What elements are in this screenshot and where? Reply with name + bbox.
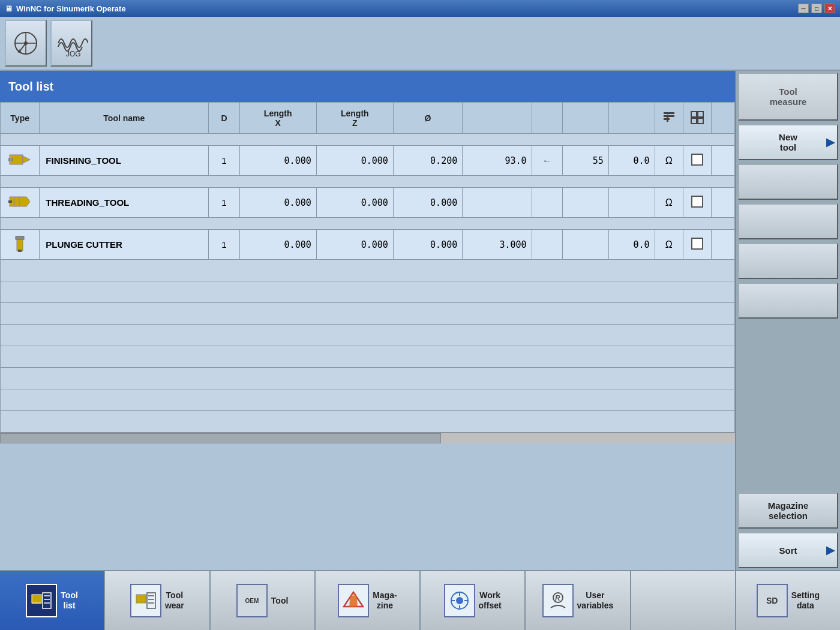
main-container: Tool list Type Tool name D LengthX Lengt… [0,71,840,570]
tool-lengthx: 0.000 [239,230,316,260]
new-tool-button[interactable]: Newtool ▶ [738,124,838,160]
tool-list-icon [31,590,52,611]
col-lengthx: LengthX [239,103,316,134]
nav-oem-tool-label: Tool [271,596,289,606]
col-extra2 [532,103,562,134]
svg-text:R: R [555,594,560,602]
tool-dia: 0.000 [393,188,462,218]
nav-work-offset[interactable]: Workoffset [421,571,526,630]
table-row[interactable]: THREADING_TOOL 1 0.000 0.000 0.000 Ω [1,188,735,218]
col-name: Tool name [40,103,209,134]
work-offset-nav-icon [444,584,475,617]
tool-d: 1 [209,188,239,218]
tool-omega: Ω [655,146,683,176]
work-offset-icon [449,590,470,611]
minimize-button[interactable]: ─ [798,4,809,13]
col-extra1 [463,103,532,134]
sort-button[interactable]: Sort ▶ [738,532,838,568]
nav-magazine[interactable]: Maga-zine [316,571,421,630]
tool-name[interactable]: PLUNGE CUTTER [40,230,209,260]
svg-rect-13 [691,118,697,124]
table-row[interactable]: PLUNGE CUTTER 1 0.000 0.000 0.000 3.000 … [1,230,735,260]
jog-wave-button[interactable]: JOG [50,20,92,67]
tool-val3: 0.0 [608,230,655,260]
col-type: Type [1,103,40,134]
tool-d: 1 [209,230,239,260]
tool-table-body: FINISHING_TOOL 1 0.000 0.000 0.200 93.0 … [1,134,735,433]
scroll-thumb[interactable] [0,433,441,443]
tool-checkbox[interactable] [683,146,712,176]
adjust-icon [690,110,704,124]
close-button[interactable]: ✕ [824,4,835,13]
nav-tool-wear[interactable]: Toolwear [105,571,210,630]
jog-position-button[interactable] [5,20,47,67]
maximize-button[interactable]: □ [811,4,822,13]
svg-rect-26 [18,250,22,252]
magazine-selection-button[interactable]: Magazineselection [738,493,838,529]
tool-dia: 0.000 [393,230,462,260]
tool-val3: 0.0 [608,146,655,176]
nav-tool-list-label: Toollist [61,590,78,611]
tool-val2 [562,188,608,218]
tool-measure-button[interactable]: Toolmeasure [738,73,838,121]
sidebar-btn-6[interactable] [738,283,838,319]
new-tool-label: Newtool [779,132,797,152]
tool-name[interactable]: FINISHING_TOOL [40,146,209,176]
sidebar-btn-4[interactable] [738,203,838,239]
col-clamp [655,103,683,134]
col-lengthz: LengthZ [316,103,393,134]
tool-val1: 3.000 [463,230,532,260]
spacer-row [1,368,735,389]
tool-val3 [608,188,655,218]
svg-marker-40 [349,593,358,607]
tool-list-area: Tool list Type Tool name D LengthX Lengt… [0,71,735,570]
spacer-row [1,346,735,368]
svg-rect-25 [16,236,24,239]
svg-line-4 [20,43,26,51]
tool-wear-nav-icon [130,584,161,617]
spacer-row [1,281,735,303]
svg-point-42 [456,597,463,604]
tool-checkbox[interactable] [683,230,712,260]
svg-rect-10 [667,115,668,122]
tool-dia: 0.200 [393,146,462,176]
nav-empty [631,571,736,630]
svg-rect-12 [698,112,703,117]
tool-lengthz: 0.000 [316,230,393,260]
app-icon: 🖥 [5,4,13,13]
nav-tool-wear-label: Toolwear [165,590,184,611]
horizontal-scrollbar[interactable] [0,433,735,443]
spacer-row [1,176,735,188]
table-row[interactable]: FINISHING_TOOL 1 0.000 0.000 0.200 93.0 … [1,146,735,176]
svg-text:JOG: JOG [66,50,81,57]
tool-omega: Ω [655,188,683,218]
nav-user-variables[interactable]: R Uservariables [526,571,631,630]
tool-val2 [562,230,608,260]
sidebar-btn-5[interactable] [738,243,838,279]
nav-setting-data[interactable]: SD Settingdata [736,571,840,630]
tool-omega: Ω [655,230,683,260]
tool-lengthx: 0.000 [239,188,316,218]
spacer-row [1,218,735,230]
svg-rect-23 [8,200,12,203]
nav-user-variables-label: Uservariables [577,590,614,611]
tool-wear-icon [135,590,157,611]
nav-tool-list[interactable]: Toollist [0,571,105,630]
nav-oem-tool[interactable]: OEM Tool [211,571,316,630]
tool-arrow: ← [532,146,562,176]
tool-table: Type Tool name D LengthX LengthZ Ø [0,102,735,433]
tool-checkbox[interactable] [683,188,712,218]
tool-list-nav-icon [26,584,57,617]
sidebar-btn-3[interactable] [738,164,838,200]
col-adjust [683,103,712,134]
tool-type-icon [1,146,40,176]
svg-rect-33 [136,595,146,603]
svg-rect-29 [43,593,51,608]
nav-setting-data-label: Settingdata [791,590,820,611]
svg-marker-16 [23,156,30,163]
title-bar-text: WinNC for Sinumerik Operate [16,4,126,13]
tool-name[interactable]: THREADING_TOOL [40,188,209,218]
bottom-navigation: Toollist Toolwear OEM Tool Maga [0,570,840,630]
title-bar-controls: ─ □ ✕ [798,4,835,13]
spacer-row [1,303,735,325]
